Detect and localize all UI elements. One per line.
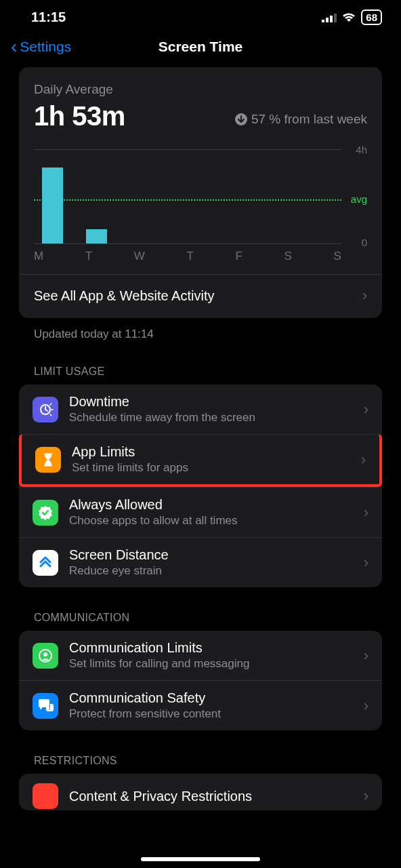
- svg-rect-1: [326, 18, 329, 22]
- item-title: Communication Safety: [69, 690, 353, 706]
- chart-avg-label: avg: [351, 193, 367, 205]
- chart-x-tick: S: [284, 250, 292, 263]
- usage-chart[interactable]: 4h 0 avg: [34, 149, 367, 244]
- chevron-right-icon: ›: [364, 401, 368, 418]
- wifi-icon: [341, 12, 356, 23]
- daily-average-label: Daily Average: [34, 82, 367, 97]
- item-title: Screen Distance: [69, 547, 353, 563]
- restrictions-icon: [33, 783, 58, 809]
- chart-bar: [42, 167, 63, 243]
- chart-y-top: 4h: [356, 144, 367, 155]
- page-title: Screen Time: [159, 39, 243, 55]
- limit-usage-group: Downtime Schedule time away from the scr…: [19, 384, 382, 587]
- see-all-label: See All App & Website Activity: [34, 288, 214, 304]
- chat-warning-icon: !: [33, 693, 58, 719]
- item-sub: Set time limits for apps: [72, 461, 350, 475]
- item-title: App Limits: [72, 444, 350, 460]
- chevron-left-icon: ‹: [11, 37, 17, 56]
- screen-distance-row[interactable]: Screen Distance Reduce eye strain ›: [19, 537, 382, 587]
- item-sub: Choose apps to allow at all times: [69, 514, 353, 528]
- item-title: Downtime: [69, 394, 353, 410]
- nav-bar: ‹ Settings Screen Time: [0, 32, 401, 67]
- communication-limits-row[interactable]: Communication Limits Set limits for call…: [19, 631, 382, 680]
- chart-x-tick: S: [334, 250, 341, 263]
- back-button[interactable]: ‹ Settings: [11, 37, 71, 56]
- chart-x-tick: W: [134, 250, 145, 263]
- chart-x-tick: T: [85, 250, 92, 263]
- see-all-activity[interactable]: See All App & Website Activity ›: [19, 274, 382, 318]
- status-time: 11:15: [31, 9, 66, 25]
- updated-text: Updated today at 11:14: [34, 328, 382, 341]
- svg-text:!: !: [49, 704, 51, 711]
- item-sub: Reduce eye strain: [69, 564, 353, 578]
- chart-bar: [86, 229, 107, 243]
- app-limits-row[interactable]: App Limits Set time limits for apps ›: [19, 434, 382, 487]
- communication-safety-row[interactable]: ! Communication Safety Protect from sens…: [19, 680, 382, 730]
- svg-rect-3: [334, 14, 337, 22]
- chart-x-tick: T: [187, 250, 194, 263]
- chart-x-axis: MTWTFSS: [34, 250, 341, 263]
- distance-icon: [33, 550, 58, 576]
- chevron-right-icon: ›: [364, 647, 368, 665]
- section-header-restrictions: RESTRICTIONS: [34, 755, 382, 767]
- item-title: Content & Privacy Restrictions: [69, 789, 353, 804]
- arrow-down-circle-icon: [235, 113, 247, 125]
- item-title: Always Allowed: [69, 497, 353, 513]
- chevron-right-icon: ›: [364, 787, 368, 805]
- content-privacy-row[interactable]: Content & Privacy Restrictions ›: [19, 774, 382, 810]
- checkmark-seal-icon: [33, 500, 58, 526]
- chart-x-tick: M: [34, 250, 43, 263]
- item-sub: Protect from sensitive content: [69, 707, 353, 721]
- item-sub: Set limits for calling and messaging: [69, 657, 353, 671]
- downtime-row[interactable]: Downtime Schedule time away from the scr…: [19, 384, 382, 434]
- chart-y-bottom: 0: [362, 237, 367, 248]
- chevron-right-icon: ›: [364, 554, 368, 572]
- svg-rect-0: [322, 20, 324, 22]
- item-sub: Schedule time away from the screen: [69, 411, 353, 425]
- svg-point-7: [43, 652, 47, 656]
- daily-average-value: 1h 53m: [34, 101, 125, 132]
- communication-group: Communication Limits Set limits for call…: [19, 631, 382, 730]
- always-allowed-row[interactable]: Always Allowed Choose apps to allow at a…: [19, 487, 382, 537]
- home-indicator[interactable]: [141, 857, 260, 861]
- restrictions-group: Content & Privacy Restrictions ›: [19, 774, 382, 810]
- cellular-icon: [322, 13, 337, 22]
- status-indicators: 68: [322, 9, 382, 25]
- chevron-right-icon: ›: [364, 504, 368, 521]
- svg-rect-2: [330, 16, 333, 22]
- chart-x-tick: F: [236, 250, 242, 263]
- status-bar: 11:15 68: [0, 0, 401, 32]
- hourglass-icon: [35, 447, 61, 473]
- downtime-icon: [33, 397, 58, 422]
- item-title: Communication Limits: [69, 640, 353, 656]
- battery-indicator: 68: [361, 9, 382, 25]
- chevron-right-icon: ›: [364, 697, 368, 715]
- week-delta: 57 % from last week: [235, 112, 367, 127]
- section-header-limit-usage: LIMIT USAGE: [34, 366, 382, 378]
- chevron-right-icon: ›: [362, 287, 367, 304]
- back-label: Settings: [20, 39, 71, 55]
- person-circle-icon: [33, 643, 58, 669]
- daily-average-card: Daily Average 1h 53m 57 % from last week…: [19, 67, 382, 318]
- chevron-right-icon: ›: [361, 451, 366, 469]
- section-header-communication: COMMUNICATION: [34, 612, 382, 624]
